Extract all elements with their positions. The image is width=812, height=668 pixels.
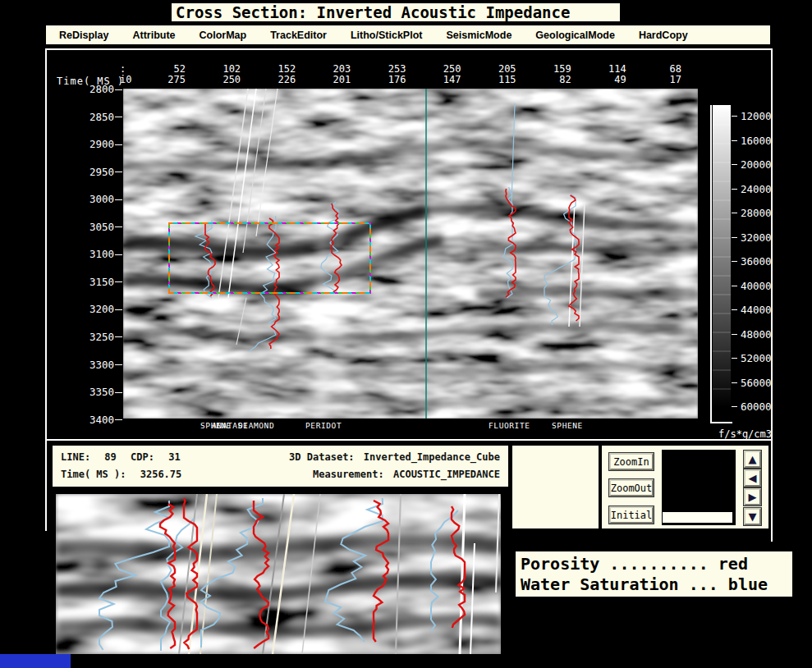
horizon-label: SPHENE	[552, 421, 583, 430]
overview-thumbnail[interactable]	[662, 450, 736, 525]
colorbar-tick: 36000	[732, 255, 772, 268]
time-axis-tick: 2800	[53, 84, 122, 95]
window-frame-right	[771, 439, 773, 542]
selection-rectangle[interactable]	[168, 222, 371, 294]
time-axis-tick: 3250	[53, 332, 122, 343]
status-row-2: Time( MS ): 3256.75 Measurement: ACOUSTI…	[53, 469, 508, 480]
zoom-in-button[interactable]: ZoomIn	[609, 453, 654, 470]
colorbar-frame	[710, 105, 712, 423]
menu-item[interactable]: Litho/StickPlot	[351, 30, 423, 41]
menu-item[interactable]: SeismicMode	[446, 30, 512, 41]
tick-mark	[115, 419, 122, 420]
tick-mark	[115, 89, 122, 90]
menu-item[interactable]: ColorMap	[200, 30, 247, 41]
line-label: LINE:	[61, 451, 90, 463]
right-arrow-icon: ▶	[749, 492, 757, 502]
legend-water-saturation: Water Saturation ... blue	[521, 574, 787, 594]
tick-mark	[732, 237, 737, 238]
tick-mark	[732, 116, 737, 117]
zoom-well-log-overlay	[56, 494, 501, 654]
tick-mark	[732, 309, 737, 310]
cdp-value: 31	[168, 451, 180, 463]
tick-mark	[732, 261, 737, 262]
menu-item[interactable]: Attribute	[132, 30, 175, 41]
seismic-image[interactable]	[123, 89, 698, 419]
cross-section-panel: Time( MS ) : i0 52 275 102 250	[45, 48, 773, 441]
horizon-label: FLUORITE	[489, 421, 530, 430]
scroll-left-button[interactable]: ◀	[744, 469, 761, 487]
tick-mark	[115, 199, 122, 200]
colorbar-tick: 48000	[732, 328, 772, 341]
measurement-value: ACOUSTIC_IMPEDANCE	[393, 469, 500, 480]
tick-mark	[732, 334, 737, 335]
time-axis-tick: 3300	[53, 359, 122, 371]
zoomed-seismic-view[interactable]	[56, 494, 501, 654]
tick-mark	[115, 281, 122, 282]
zoom-out-button[interactable]: ZoomOut	[609, 479, 654, 496]
scroll-down-button[interactable]: ▼	[744, 508, 761, 525]
status-row-1: LINE: 89 CDP: 31 3D Dataset: Inverted_Im…	[53, 451, 508, 463]
tick-mark	[115, 254, 122, 255]
time-axis-tick: 3000	[53, 194, 122, 205]
tick-mark	[115, 226, 122, 227]
cdp-axis-column: 102 250	[208, 64, 241, 85]
left-arrow-icon: ◀	[749, 473, 757, 483]
colorbar-tick: 52000	[732, 352, 772, 364]
menu-item[interactable]: GeologicalMode	[535, 30, 615, 41]
window-title: Cross Section: Inverted Acoustic Impedan…	[170, 2, 622, 23]
time-axis: 2800 2850 2900 2950 3000	[47, 50, 123, 439]
colorbar-tick: 12000	[732, 110, 772, 122]
initial-button[interactable]: Initial	[609, 506, 654, 524]
tick-mark	[732, 189, 737, 190]
up-arrow-icon: ▲	[749, 454, 757, 464]
horizon-label: DIAMOND	[238, 421, 274, 430]
colorbar-tick: 24000	[732, 183, 772, 195]
spacer-panel	[511, 444, 600, 530]
tick-mark	[732, 140, 737, 141]
colorbar-tick: 40000	[732, 280, 772, 292]
cdp-label: CDP:	[131, 451, 154, 463]
tick-mark	[732, 382, 737, 383]
status-panel: LINE: 89 CDP: 31 3D Dataset: Inverted_Im…	[51, 444, 510, 488]
colorbar-tick: 56000	[732, 377, 772, 389]
colorbar-steps	[713, 105, 731, 407]
application-window: Cross Section: Inverted Acoustic Impedan…	[0, 0, 812, 668]
menu-bar: ReDisplayAttributeColorMapTrackEditorLit…	[45, 25, 771, 47]
colorbar-tick: 32000	[732, 231, 772, 244]
colorbar-tick: 16000	[732, 135, 772, 147]
cdp-axis-column: 203 201	[318, 64, 351, 85]
navigation-controls-panel: ZoomIn ZoomOut Initial ▲ ◀ ▶ ▼	[600, 444, 770, 530]
cdp-axis: : i0 52 275 102 250 152	[47, 50, 771, 88]
tick-mark	[115, 336, 122, 337]
tick-mark	[732, 213, 737, 213]
cdp-axis-column: 250 147	[429, 64, 461, 85]
tick-mark	[115, 144, 122, 145]
colorbar-units: f/s*g/cm3	[718, 428, 772, 440]
scroll-right-button[interactable]: ▶	[744, 488, 761, 506]
cdp-axis-column: 205 115	[484, 64, 516, 85]
desktop-taskbar-strip	[0, 654, 71, 668]
legend-porosity: Porosity .......... red	[521, 554, 787, 574]
tick-mark	[115, 117, 122, 117]
cdp-axis-column: 152 226	[263, 64, 296, 85]
colorbar-tick: 28000	[732, 207, 772, 219]
scroll-up-button[interactable]: ▲	[744, 451, 761, 468]
cdp-axis-column: 68 17	[649, 64, 681, 85]
time-axis-tick: 2850	[53, 112, 122, 123]
line-value: 89	[104, 451, 116, 463]
window-frame-left	[45, 439, 47, 531]
cdp-axis-column: 52 275	[153, 64, 186, 85]
horizon-label: PERIDOT	[305, 421, 342, 430]
menu-item[interactable]: ReDisplay	[59, 30, 108, 41]
cdp-axis-column: 253 176	[373, 64, 406, 85]
tick-mark	[115, 364, 122, 365]
measurement-label: Measurement:	[313, 469, 384, 480]
menu-item[interactable]: TrackEditor	[270, 30, 327, 41]
time-axis-tick: 2950	[53, 167, 122, 178]
time-label: Time( MS ):	[61, 469, 126, 480]
thumbnail-position-bar[interactable]	[663, 512, 732, 523]
cdp-axis-column: 159 82	[539, 64, 571, 85]
time-value: 3256.75	[140, 469, 182, 480]
time-axis-tick: 3150	[53, 277, 122, 288]
menu-item[interactable]: HardCopy	[639, 30, 688, 41]
